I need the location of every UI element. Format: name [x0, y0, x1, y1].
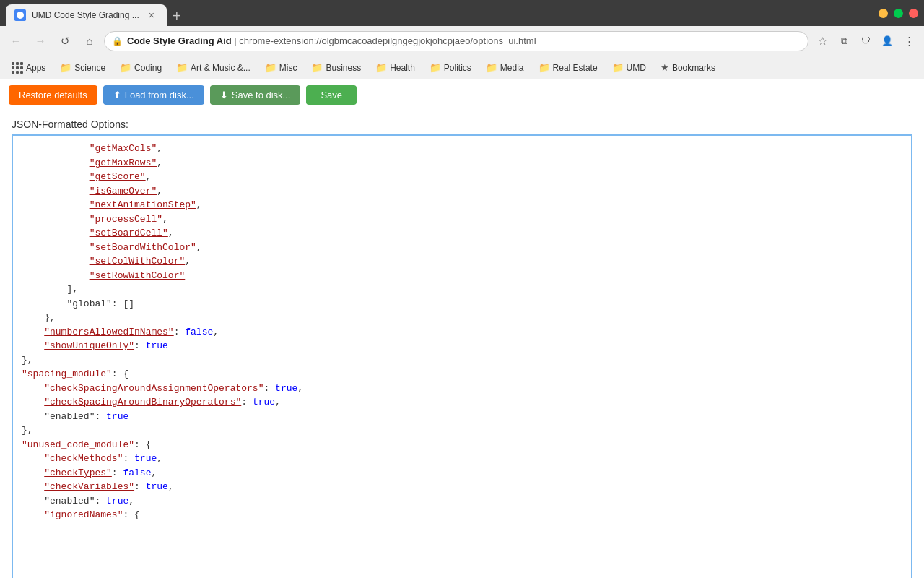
json-punct: : [134, 481, 146, 492]
json-bool: true [146, 481, 168, 492]
json-key: "checkSpacingAroundBinaryOperators" [44, 397, 241, 407]
json-string: "spacing_module" [22, 368, 112, 379]
json-string: "unused_code_module" [22, 439, 134, 450]
minimize-button[interactable]: − [879, 9, 888, 18]
profile-button[interactable]: 👤 [878, 32, 897, 51]
folder-icon: 📁 [60, 62, 71, 73]
bookmark-health[interactable]: 📁 Health [370, 60, 421, 75]
json-line: "setColWithColor", [22, 254, 902, 269]
tab-list: UMD Code Style Grading ... × + [6, 0, 873, 26]
json-line: "showUniqueOnly": true [22, 339, 902, 353]
address-actions: ☆ ⧉ 🛡 👤 ⋮ [813, 32, 918, 51]
json-line: "setBoardWithColor", [22, 241, 902, 255]
json-punct: , [213, 327, 219, 337]
bookmark-politics[interactable]: 📁 Politics [424, 60, 477, 75]
json-key: "setColWithColor" [90, 256, 186, 267]
close-button[interactable]: × [909, 9, 918, 18]
json-punct: , [162, 214, 168, 225]
json-key: "processCell" [90, 214, 162, 225]
restore-defaults-button[interactable]: Restore defaults [9, 85, 97, 105]
bookmark-health-label: Health [390, 63, 415, 73]
bookmark-bookmarks-label: Bookmarks [672, 63, 715, 73]
folder-icon: 📁 [486, 62, 497, 73]
json-bool: true [106, 411, 128, 422]
json-punct: : { [112, 368, 128, 379]
json-punct: : [134, 340, 146, 351]
json-punct: "enabled": [44, 496, 106, 506]
bookmark-coding-label: Coding [134, 63, 162, 73]
bookmark-apps[interactable]: Apps [6, 60, 51, 76]
json-label: JSON-Formatted Options: [12, 118, 912, 130]
load-from-disk-label: Load from disk... [125, 90, 194, 100]
tab-close-button[interactable]: × [145, 9, 158, 22]
json-punct: , [168, 228, 174, 238]
json-punct: : [241, 397, 253, 407]
json-key: "checkMethods" [44, 453, 123, 464]
download-icon: ⬇ [220, 90, 228, 100]
save-button[interactable]: Save [306, 85, 357, 105]
bookmark-coding[interactable]: 📁 Coding [114, 60, 167, 75]
json-punct: "global": [] [66, 298, 134, 309]
bookmark-art-music[interactable]: 📁 Art & Music &... [170, 60, 256, 75]
json-punct: : [263, 383, 275, 394]
shields-button[interactable]: 🛡 [856, 32, 875, 51]
tab-title: UMD Code Style Grading ... [32, 10, 139, 20]
json-editor[interactable]: "getMaxCols", "getMaxRows", "getScore", … [12, 134, 912, 578]
json-punct: : { [134, 439, 151, 450]
url-display: Code Style Grading Aid | chrome-extensio… [127, 35, 801, 46]
active-tab[interactable]: UMD Code Style Grading ... × [6, 4, 167, 26]
bookmark-bookmarks[interactable]: ★ Bookmarks [655, 60, 721, 75]
json-punct: }, [22, 355, 33, 366]
save-to-disk-button[interactable]: ⬇ Save to disk... [210, 85, 301, 105]
bookmark-politics-label: Politics [444, 63, 471, 73]
json-punct: , [128, 496, 134, 506]
navbar: ← → ↺ ⌂ 🔒 Code Style Grading Aid | chrom… [0, 26, 924, 56]
json-line: ], [22, 282, 902, 297]
menu-button[interactable]: ⋮ [899, 32, 918, 51]
load-from-disk-button[interactable]: ⬆ Load from disk... [103, 85, 204, 105]
json-key: "checkTypes" [44, 467, 112, 478]
secure-icon: 🔒 [112, 36, 123, 46]
window-controls: − □ × [879, 9, 918, 18]
bookmark-umd[interactable]: 📁 UMD [606, 60, 652, 75]
json-line: "checkTypes": false, [22, 466, 902, 480]
bookmark-apps-label: Apps [26, 63, 45, 73]
reload-button[interactable]: ↺ [55, 31, 75, 51]
json-key: "setBoardCell" [90, 228, 168, 238]
url-site-name: Code Style Grading Aid [127, 35, 232, 46]
json-bool: true [275, 383, 297, 394]
address-bar[interactable]: 🔒 Code Style Grading Aid | chrome-extens… [104, 31, 808, 51]
json-punct: , [275, 397, 281, 407]
bookmark-media-label: Media [500, 63, 524, 73]
json-bool: true [106, 496, 128, 506]
bookmark-business-label: Business [326, 63, 361, 73]
extensions-button[interactable]: ⧉ [834, 32, 853, 51]
json-punct: , [157, 143, 162, 154]
json-punct: , [185, 256, 191, 267]
json-punct: , [196, 242, 202, 253]
json-punct: }, [22, 425, 33, 436]
folder-icon: 📁 [311, 62, 323, 73]
json-punct: , [157, 186, 162, 197]
back-button[interactable]: ← [6, 31, 26, 51]
json-punct: , [157, 158, 162, 168]
bookmark-misc[interactable]: 📁 Misc [259, 60, 303, 75]
json-line: "ignoredNames": { [22, 508, 902, 522]
forward-button[interactable]: → [30, 31, 51, 51]
action-bar: Restore defaults ⬆ Load from disk... ⬇ S… [0, 79, 924, 111]
new-tab-button[interactable]: + [167, 6, 187, 26]
bookmarks-bar: Apps 📁 Science 📁 Coding 📁 Art & Music &.… [0, 56, 924, 79]
bookmark-media[interactable]: 📁 Media [480, 60, 530, 75]
bookmark-science-label: Science [74, 63, 105, 73]
json-punct: : [112, 467, 123, 478]
maximize-button[interactable]: □ [894, 9, 903, 18]
home-button[interactable]: ⌂ [79, 31, 100, 51]
bookmark-business[interactable]: 📁 Business [305, 60, 367, 75]
json-bool: true [146, 340, 168, 351]
bookmark-star-button[interactable]: ☆ [813, 32, 832, 51]
bookmark-real-estate[interactable]: 📁 Real Estate [533, 60, 603, 75]
bookmark-science[interactable]: 📁 Science [54, 60, 111, 75]
bookmark-real-estate-label: Real Estate [553, 63, 598, 73]
bookmark-umd-label: UMD [627, 63, 646, 73]
json-bool: true [134, 453, 157, 464]
